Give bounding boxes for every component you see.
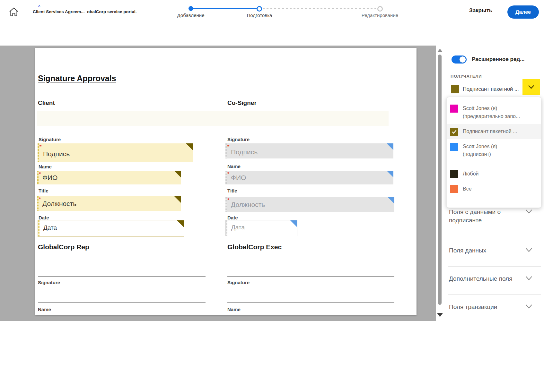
esign-authoring-app: ^ Client Services Agreem... obalCorp ser… [0, 0, 544, 392]
recipient-color-swatch [450, 128, 458, 136]
section-divider [448, 266, 541, 267]
menu-item-name: Подписант пакетной ... [463, 129, 517, 134]
section-divider [448, 294, 541, 295]
field-placeholder: Подпись [43, 150, 70, 158]
field-label: Date [39, 215, 49, 220]
alignment-toolbar: Относительно страницы Перейти к... [0, 23, 544, 46]
field-label: Name [39, 164, 52, 169]
menu-item-detail: (предварительно запо... [463, 114, 520, 119]
advanced-editing-label: Расширенное ред... [472, 56, 524, 63]
menu-item-name: Любой [463, 171, 479, 176]
rep-section-title: GlobalCorp Rep [38, 243, 89, 251]
section-additional-fields[interactable]: Дополнительные поля [449, 275, 532, 283]
step-dot-add[interactable] [189, 6, 193, 11]
recipient-selector-value: Подписант пакетной ... [463, 86, 519, 92]
field-corner-marker [177, 220, 184, 227]
field-label: Title [227, 188, 237, 193]
menu-item-anyone[interactable]: Любой [447, 166, 541, 182]
sidebar-divider [444, 69, 544, 69]
step-label-add[interactable]: Добавление [171, 13, 210, 18]
field-corner-marker [174, 196, 181, 203]
field-corner-marker [186, 143, 193, 150]
field-placeholder: Должность [231, 201, 265, 209]
field-placeholder: Должность [42, 200, 76, 208]
cosigner-title-field[interactable]: * Должность [225, 197, 394, 212]
chevron-down-icon [525, 209, 532, 215]
advanced-editing-toggle[interactable] [452, 55, 467, 64]
section-data-fields[interactable]: Поля данных [449, 246, 528, 255]
client-date-field[interactable]: Дата [38, 220, 184, 237]
document-canvas: Signature Approvals Client Co-Signer Sig… [0, 46, 436, 321]
topbar-divider [27, 5, 27, 18]
menu-item-everyone[interactable]: Все [447, 182, 541, 197]
cosigner-date-field[interactable]: Дата [225, 220, 297, 236]
field-corner-marker [387, 171, 393, 177]
recipient-color-swatch [450, 185, 458, 193]
recipient-color-swatch [450, 170, 458, 178]
home-icon[interactable] [8, 7, 19, 17]
client-signature-field[interactable]: * Подпись [38, 143, 193, 162]
step-label-edit[interactable]: Редактирование [356, 13, 404, 18]
chevron-down-icon [525, 248, 532, 254]
prefill-field-ghost [37, 111, 389, 126]
client-section-title: Client [38, 99, 55, 107]
cosigner-section-title: Co-Signer [227, 99, 257, 107]
scroll-up-icon[interactable] [437, 49, 443, 52]
recipient-dropdown-menu: Scott Jones (я) (предварительно запо... … [446, 97, 541, 208]
toggle-knob [459, 56, 466, 63]
menu-item-name: Все [463, 186, 472, 192]
field-label: Signature [227, 137, 250, 142]
chevron-down-icon [525, 276, 532, 282]
line-label: Signature [38, 280, 60, 285]
menu-item-batch-signer[interactable]: Подписант пакетной ... [447, 124, 541, 139]
step-dot-prepare[interactable] [257, 6, 262, 12]
document-heading: Signature Approvals [38, 74, 116, 83]
client-name-field[interactable]: * ФИО [37, 171, 181, 184]
line-label: Name [38, 307, 51, 312]
required-asterisk: * [227, 171, 229, 177]
section-divider [448, 237, 541, 237]
title-caret-mark: ^ [38, 4, 40, 8]
recipient-color-swatch [450, 105, 458, 113]
field-placeholder: Подпись [231, 148, 258, 156]
recipients-header: ПОЛУЧАТЕЛИ [451, 74, 482, 79]
line-label: Signature [227, 280, 250, 285]
cosigner-signature-field[interactable]: * Подпись [225, 143, 393, 158]
cosigner-name-field[interactable]: * ФИО [225, 171, 393, 184]
field-placeholder: ФИО [42, 174, 57, 182]
recipient-color-swatch [451, 85, 459, 93]
check-icon [452, 129, 457, 136]
signature-line [38, 276, 206, 277]
required-asterisk: * [39, 144, 41, 150]
recipient-color-swatch [450, 143, 458, 151]
menu-item-prefill-recipient[interactable]: Scott Jones (я) (предварительно запо... [447, 101, 541, 124]
field-corner-marker [174, 171, 181, 177]
next-button[interactable]: Далее [507, 5, 539, 19]
name-line [38, 303, 206, 303]
close-button[interactable]: Закрыть [467, 7, 494, 14]
field-placeholder: Дата [231, 224, 245, 231]
scrollbar-thumb[interactable] [438, 55, 442, 305]
required-asterisk: * [39, 197, 41, 202]
step-label-prepare[interactable]: Подготовка [240, 13, 279, 18]
section-transaction-fields[interactable]: Поля транзакции [449, 303, 528, 311]
scroll-down-icon[interactable] [437, 313, 443, 317]
required-asterisk: * [227, 144, 229, 150]
document-page: Signature Approvals Client Co-Signer Sig… [35, 48, 417, 315]
field-label: Title [39, 188, 48, 193]
step-dot-edit[interactable] [377, 6, 383, 12]
menu-item-name: Scott Jones (я) [463, 144, 497, 149]
field-placeholder: ФИО [231, 174, 246, 182]
recipient-dropdown-button-highlighted[interactable] [522, 79, 540, 95]
client-title-field[interactable]: * Должность [37, 196, 181, 211]
stepper-line-completed [193, 8, 257, 9]
menu-item-signer-recipient[interactable]: Scott Jones (я) (подписант) [447, 139, 541, 162]
canvas-scrollbar[interactable] [436, 46, 444, 321]
field-label: Date [227, 215, 238, 220]
signature-line [227, 276, 394, 277]
section-signer-info-fields[interactable]: Поля с данными о подписанте [449, 208, 528, 225]
top-bar: ^ Client Services Agreem... obalCorp ser… [0, 0, 544, 23]
field-corner-marker [388, 197, 394, 204]
name-line [227, 303, 394, 303]
exec-section-title: GlobalCorp Exec [227, 243, 282, 251]
